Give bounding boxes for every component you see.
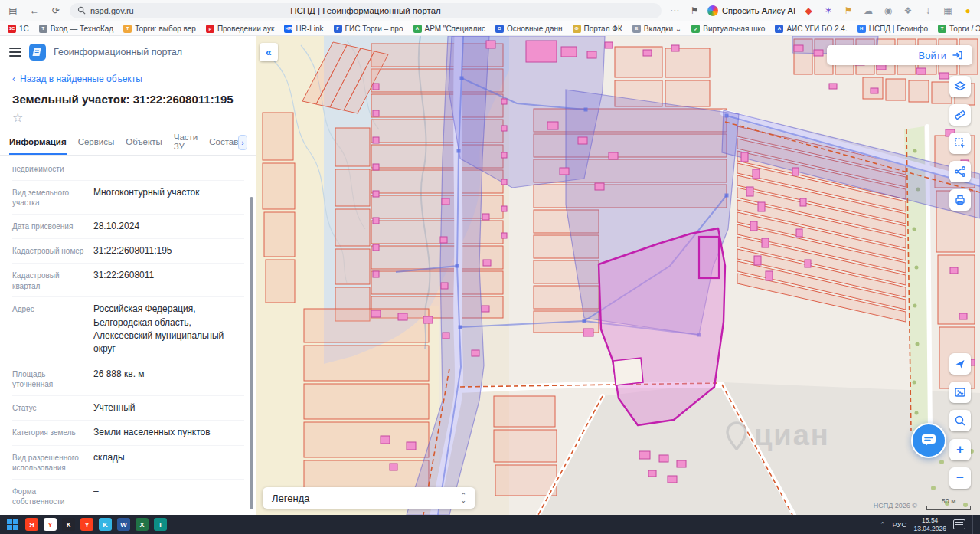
chat-button[interactable]	[911, 423, 946, 458]
yandex-app-icon[interactable]: Я	[25, 518, 38, 531]
login-bar[interactable]: Войти	[827, 45, 972, 65]
panel-collapse-button[interactable]: «	[260, 43, 278, 61]
bookmark-favicon: ✓	[691, 25, 700, 33]
legend-label: Легенда	[272, 493, 309, 504]
attribute-value: 26 888 кв. м	[93, 368, 145, 390]
bookmark-item[interactable]: В Вкладки ⌄	[632, 25, 682, 33]
attribute-row: Кадастровый номер 31:22:2608011:195	[12, 239, 244, 264]
bookmark-favicon: А	[413, 25, 422, 33]
show-desktop-button[interactable]	[972, 515, 975, 534]
attribute-value: Земли населенных пунктов	[93, 426, 211, 439]
tab[interactable]: Части ЗУ	[174, 130, 198, 155]
word-icon[interactable]: W	[117, 518, 130, 531]
bookmark-item[interactable]: Т Торги / ЭФКО Тор	[938, 25, 980, 33]
bookmark-item[interactable]: А АРМ "Специалис	[413, 25, 485, 33]
bookmark-item[interactable]: О Основные данн	[495, 25, 563, 33]
flag-icon[interactable]: ⚑	[842, 5, 854, 17]
print-button[interactable]	[949, 189, 971, 211]
browser-right-icons: ◆✶⚑☁◉❖↓▦●	[802, 5, 974, 17]
bookmark-item[interactable]: р Проведении аук	[206, 25, 275, 33]
attribute-row: Вид земельного участка Многоконтурный уч…	[12, 181, 244, 215]
bookmark-item[interactable]: Г ГИС Торги – про	[334, 25, 403, 33]
tab[interactable]: Информация	[9, 130, 67, 155]
tab[interactable]: Сервисы	[78, 130, 115, 155]
portal-title: Геоинформационный портал	[54, 47, 182, 57]
alerts-icon[interactable]: ◆	[802, 5, 815, 17]
attribute-value: Учтенный	[93, 401, 136, 414]
clock[interactable]: 15:54 13.04.2026	[913, 516, 946, 532]
bookmark-item[interactable]: Т Торги: выбор вер	[123, 25, 196, 33]
avatar-icon[interactable]: ●	[962, 5, 974, 17]
zoom-out-button[interactable]: −	[949, 467, 971, 489]
share-button[interactable]	[949, 161, 971, 182]
attribute-row: Адрес Российская Федерация, Белгородская…	[12, 297, 244, 362]
screenshot-button[interactable]	[949, 382, 971, 403]
start-button[interactable]	[5, 517, 20, 532]
layers-button[interactable]	[949, 76, 971, 97]
notifications-icon[interactable]	[953, 519, 965, 529]
messenger-icon[interactable]: ✶	[822, 5, 835, 17]
bookmark-item[interactable]: 1С 1С	[8, 25, 29, 33]
attribute-value: 28.10.2024	[93, 220, 139, 233]
refresh-icon[interactable]: ⟳	[49, 4, 63, 18]
messenger-app-icon[interactable]: K	[99, 518, 112, 531]
map-search-button[interactable]	[949, 410, 971, 431]
back-link[interactable]: ‹ Назад в найденные объекты	[0, 68, 256, 90]
bookmark-favicon: р	[206, 25, 214, 33]
tab[interactable]: Состав	[209, 130, 238, 155]
extensions-icon[interactable]: ❖	[902, 5, 914, 17]
bookmark-item[interactable]: Ф Портал ФК	[573, 25, 622, 33]
bookmark-item[interactable]: HR HR-Link	[284, 25, 323, 33]
bookmark-favicon: Т	[39, 25, 47, 33]
select-area-button[interactable]	[949, 133, 971, 154]
language-indicator[interactable]: РУС	[892, 520, 906, 529]
favorite-star-icon[interactable]: ☆	[0, 110, 256, 130]
more-icon[interactable]: ⋯	[668, 5, 681, 17]
map-area[interactable]: « Войти + −	[256, 36, 980, 515]
yandex-start-icon[interactable]: Y	[80, 518, 93, 531]
download-icon[interactable]: ↓	[922, 5, 934, 17]
bookmark-item[interactable]: А АИС УГИ БО 2.4.	[775, 25, 847, 33]
attribute-row: Вид разрешенного использования склады	[12, 446, 244, 480]
attribute-row: Кадастровый квартал 31:22:2608011	[12, 264, 244, 297]
date: 13.04.2026	[913, 525, 946, 532]
ask-alice-button[interactable]: Спросить Алису AI	[707, 5, 795, 16]
apps-grid-icon[interactable]: ▦	[942, 5, 954, 17]
bookmark-item[interactable]: Н НСПД | Геоинфо	[858, 25, 928, 33]
attribute-value: –	[93, 485, 99, 507]
teams-icon[interactable]: T	[154, 518, 167, 531]
attribute-value: 31:22:2608011:195	[93, 244, 172, 257]
bookmark-item[interactable]: Т Вход — ТехноКад	[39, 25, 113, 33]
address-bar[interactable]: nspd.gov.ru НСПД | Геоинформационный пор…	[70, 3, 662, 18]
bookmark-favicon: HR	[284, 25, 292, 33]
attribute-row: Категория земель Земли населенных пункто…	[12, 421, 244, 445]
tabs-panel-icon[interactable]: ▤	[6, 4, 20, 18]
yandex-browser-icon[interactable]: Y	[44, 518, 57, 531]
zoom-in-button[interactable]: +	[949, 439, 971, 460]
dark-app-icon[interactable]: К	[62, 518, 75, 531]
excel-icon[interactable]: X	[136, 518, 149, 531]
browser-topbar: ▤←⟳ nspd.gov.ru НСПД | Геоинформационный…	[0, 0, 980, 21]
cloud-icon[interactable]: ☁	[862, 5, 874, 17]
bookmark-favicon: Ф	[573, 25, 581, 33]
bookmark-flag-icon[interactable]: ⚑	[688, 5, 701, 17]
legend-bar[interactable]: Легенда ⌃⌄	[263, 487, 475, 509]
back-icon[interactable]: ←	[28, 4, 41, 18]
my-location-button[interactable]	[949, 353, 971, 375]
panel-scrollbar[interactable]	[250, 197, 253, 509]
tabs-scroll-right-button[interactable]: ›	[238, 135, 247, 150]
bookmark-item[interactable]: ✓ Виртуальная шко	[691, 25, 765, 33]
scale-bar	[926, 506, 971, 510]
attribute-label: Вид разрешенного использования	[12, 451, 86, 473]
map-pin-icon	[725, 421, 748, 450]
map-attribution: НСПД 2026 ©	[874, 502, 917, 509]
map-canvas[interactable]	[256, 36, 980, 515]
attribute-label: Кадастровый номер	[12, 244, 86, 257]
bookmark-favicon: В	[632, 25, 641, 33]
attribute-label: недвижимости	[12, 162, 86, 175]
protect-icon[interactable]: ◉	[882, 5, 894, 17]
tab[interactable]: Объекты	[126, 130, 162, 155]
ruler-button[interactable]	[949, 104, 971, 126]
tray-chevron-icon[interactable]: ⌃	[880, 521, 886, 529]
menu-icon[interactable]	[9, 48, 21, 57]
